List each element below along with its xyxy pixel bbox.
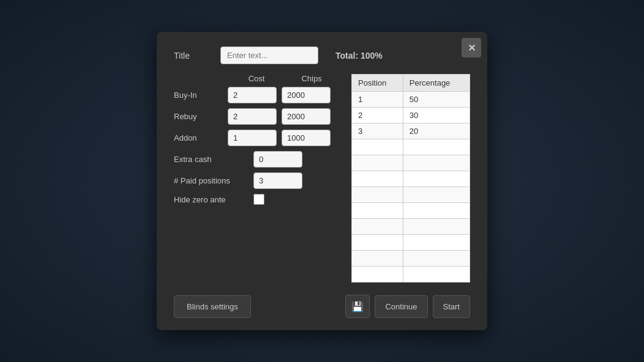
percentage-cell: 50	[403, 92, 470, 108]
total-label: Total: 100%	[335, 51, 383, 61]
hidezero-row: Hide zero ante	[174, 194, 339, 205]
footer: Blinds settings 💾 Continue Start	[174, 295, 470, 318]
cost-header: Cost	[229, 74, 284, 83]
percentage-cell: 20	[403, 124, 470, 139]
buyin-chips-input[interactable]	[282, 87, 331, 103]
chips-header: Chips	[284, 74, 339, 83]
position-cell-empty	[352, 235, 403, 251]
table-row-empty	[352, 219, 470, 235]
blinds-settings-button[interactable]: Blinds settings	[174, 295, 251, 318]
position-cell-empty	[352, 251, 403, 267]
percentage-cell-empty	[403, 219, 470, 235]
percentage-cell-empty	[403, 171, 470, 187]
extracash-label: Extra cash	[174, 155, 253, 164]
table-row-empty	[352, 139, 470, 155]
title-input[interactable]	[220, 46, 318, 64]
table-row-empty	[352, 187, 470, 203]
table-row-empty	[352, 155, 470, 171]
position-cell-empty	[352, 219, 403, 235]
main-content: Cost Chips Buy-In Rebuy Addon	[174, 74, 470, 283]
column-headers: Cost Chips	[174, 74, 339, 83]
addon-label: Addon	[174, 133, 223, 142]
addon-chips-input[interactable]	[282, 130, 331, 146]
position-cell-empty	[352, 155, 403, 171]
addon-row: Addon	[174, 130, 339, 146]
percentage-cell: 30	[403, 108, 470, 124]
percentage-cell-empty	[403, 235, 470, 251]
close-button[interactable]: ✕	[462, 38, 481, 57]
extracash-input[interactable]	[253, 151, 302, 168]
percentage-column-header: Percentage	[403, 75, 470, 92]
table-row: 320	[352, 124, 470, 139]
paidpos-label: # Paid positions	[174, 176, 253, 185]
position-cell: 1	[352, 92, 403, 108]
left-panel: Cost Chips Buy-In Rebuy Addon	[174, 74, 339, 283]
position-table: Position Percentage 150230320	[351, 74, 470, 283]
save-icon: 💾	[351, 301, 364, 312]
main-dialog: ✕ Title Total: 100% Cost Chips Buy-In Re…	[157, 32, 487, 330]
rebuy-chips-input[interactable]	[282, 108, 331, 125]
title-label: Title	[174, 51, 211, 61]
position-cell: 2	[352, 108, 403, 124]
position-cell-empty	[352, 139, 403, 155]
percentage-cell-empty	[403, 139, 470, 155]
percentage-cell-empty	[403, 203, 470, 219]
table-row-empty	[352, 251, 470, 267]
save-button[interactable]: 💾	[345, 295, 370, 318]
position-cell-empty	[352, 267, 403, 283]
table-row: 150	[352, 92, 470, 108]
table-row-empty	[352, 171, 470, 187]
right-panel: Position Percentage 150230320	[351, 74, 470, 283]
hidezero-checkbox[interactable]	[253, 194, 264, 205]
table-row-empty	[352, 267, 470, 283]
position-cell: 3	[352, 124, 403, 139]
hidezero-label: Hide zero ante	[174, 195, 253, 204]
rebuy-cost-input[interactable]	[228, 108, 277, 125]
buyin-label: Buy-In	[174, 90, 223, 100]
position-cell-empty	[352, 171, 403, 187]
rebuy-row: Rebuy	[174, 108, 339, 125]
paidpos-row: # Paid positions	[174, 172, 339, 189]
percentage-cell-empty	[403, 155, 470, 171]
paidpos-input[interactable]	[253, 172, 302, 189]
position-column-header: Position	[352, 75, 403, 92]
percentage-cell-empty	[403, 187, 470, 203]
title-row: Title Total: 100%	[174, 46, 470, 64]
position-cell-empty	[352, 187, 403, 203]
position-cell-empty	[352, 203, 403, 219]
buyin-row: Buy-In	[174, 87, 339, 103]
percentage-cell-empty	[403, 251, 470, 267]
close-icon: ✕	[468, 42, 476, 54]
extracash-row: Extra cash	[174, 151, 339, 168]
buyin-cost-input[interactable]	[228, 87, 277, 103]
table-row-empty	[352, 235, 470, 251]
table-row-empty	[352, 203, 470, 219]
percentage-cell-empty	[403, 267, 470, 283]
continue-button[interactable]: Continue	[375, 295, 427, 318]
rebuy-label: Rebuy	[174, 112, 223, 121]
start-button[interactable]: Start	[433, 295, 470, 318]
table-row: 230	[352, 108, 470, 124]
addon-cost-input[interactable]	[228, 130, 277, 146]
